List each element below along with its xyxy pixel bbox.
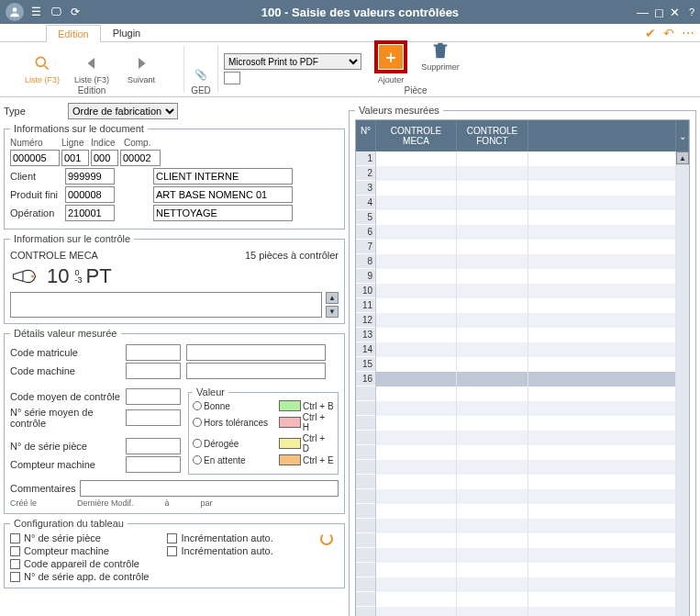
- operation-name[interactable]: [153, 205, 293, 221]
- operation-code[interactable]: [65, 205, 115, 221]
- row-num[interactable]: 6: [356, 225, 375, 240]
- ajouter-button[interactable]: ＋ Ajouter: [372, 40, 409, 84]
- monitor-icon[interactable]: 🖵: [50, 6, 61, 18]
- ligne-input[interactable]: [61, 150, 89, 166]
- row-num[interactable]: [356, 607, 375, 616]
- table-row[interactable]: [376, 401, 676, 416]
- db-icon[interactable]: ☰: [31, 6, 41, 18]
- row-num[interactable]: 8: [356, 254, 375, 269]
- row-num[interactable]: 5: [356, 210, 375, 225]
- compteur-input[interactable]: [126, 456, 181, 473]
- table-row[interactable]: [376, 607, 676, 616]
- table-row[interactable]: [376, 445, 676, 460]
- table-row[interactable]: [376, 342, 676, 357]
- tab-plugin[interactable]: Plugin: [101, 24, 153, 41]
- table-row[interactable]: [376, 431, 676, 445]
- client-name[interactable]: [153, 168, 293, 185]
- table-row[interactable]: [376, 592, 676, 607]
- prodfini-code[interactable]: [65, 186, 115, 203]
- row-num[interactable]: [356, 504, 375, 519]
- close-button[interactable]: ✕: [670, 6, 680, 19]
- table-row[interactable]: [376, 475, 676, 489]
- row-num[interactable]: [356, 460, 375, 475]
- machine-desc[interactable]: [186, 363, 326, 379]
- col-fonct[interactable]: CONTROLE FONCT: [457, 120, 528, 151]
- row-num[interactable]: [356, 533, 375, 548]
- comp-input[interactable]: [120, 150, 161, 166]
- prodfini-name[interactable]: [153, 186, 293, 203]
- chk-code-app[interactable]: [10, 559, 20, 569]
- row-num[interactable]: 12: [356, 313, 375, 328]
- scroll-up[interactable]: ▲: [676, 151, 689, 164]
- row-num[interactable]: [356, 519, 375, 533]
- table-row[interactable]: [376, 563, 676, 577]
- help-icon[interactable]: ?: [689, 6, 694, 17]
- numero-input[interactable]: [10, 150, 60, 166]
- ctrl-down-button[interactable]: ▼: [326, 306, 339, 318]
- row-num[interactable]: [356, 416, 375, 431]
- refresh-icon[interactable]: ⟳: [71, 6, 80, 18]
- row-num[interactable]: [356, 548, 375, 563]
- chk-nserie-piece[interactable]: [10, 533, 20, 543]
- chk-incr2[interactable]: [167, 546, 177, 556]
- matricule-input[interactable]: [126, 344, 181, 361]
- row-num[interactable]: [356, 475, 375, 489]
- table-row[interactable]: [376, 254, 676, 269]
- ctrl-textarea[interactable]: [10, 292, 322, 318]
- table-row[interactable]: [376, 548, 676, 563]
- undo-icon[interactable]: ↶: [663, 26, 674, 40]
- more-icon[interactable]: ⋯: [682, 26, 694, 40]
- radio-attente[interactable]: [193, 455, 202, 465]
- row-num[interactable]: [356, 431, 375, 445]
- row-num[interactable]: 11: [356, 298, 375, 313]
- table-row[interactable]: [376, 533, 676, 548]
- radio-hors[interactable]: [193, 418, 202, 427]
- user-avatar-icon[interactable]: [6, 3, 24, 21]
- row-num[interactable]: [356, 489, 375, 504]
- supprimer-button[interactable]: Supprimer: [422, 40, 459, 72]
- col-meca[interactable]: CONTROLE MECA: [376, 120, 457, 151]
- table-row[interactable]: [376, 284, 676, 298]
- table-row[interactable]: [376, 269, 676, 284]
- radio-bonne[interactable]: [193, 401, 202, 410]
- table-row[interactable]: [376, 196, 676, 210]
- table-row[interactable]: [376, 328, 676, 342]
- confirm-icon[interactable]: ✔: [645, 26, 656, 40]
- row-num[interactable]: 14: [356, 342, 375, 357]
- printer-icon[interactable]: [224, 72, 240, 84]
- table-row[interactable]: [376, 298, 676, 313]
- ctrl-up-button[interactable]: ▲: [326, 292, 339, 304]
- row-num[interactable]: [356, 577, 375, 592]
- type-select[interactable]: Ordre de fabrication: [68, 103, 178, 119]
- row-num[interactable]: 10: [356, 284, 375, 298]
- nserie-piece-input[interactable]: [126, 438, 181, 454]
- row-num[interactable]: 2: [356, 166, 375, 181]
- table-row[interactable]: [376, 313, 676, 328]
- row-num[interactable]: 9: [356, 269, 375, 284]
- prev-button[interactable]: Liste (F3): [73, 53, 110, 84]
- table-row[interactable]: [376, 504, 676, 519]
- moyen-input[interactable]: [126, 388, 181, 405]
- table-row[interactable]: [376, 489, 676, 504]
- table-row[interactable]: [376, 151, 676, 166]
- client-code[interactable]: [65, 168, 115, 185]
- machine-input[interactable]: [126, 363, 181, 379]
- chk-incr1[interactable]: [167, 533, 177, 543]
- table-row[interactable]: [376, 386, 676, 401]
- row-num[interactable]: 1: [356, 151, 375, 166]
- table-row[interactable]: [376, 460, 676, 475]
- chk-compteur[interactable]: [10, 546, 20, 556]
- table-row[interactable]: [376, 240, 676, 254]
- row-num[interactable]: [356, 563, 375, 577]
- row-num[interactable]: 16: [356, 372, 375, 386]
- table-row[interactable]: [376, 181, 676, 196]
- matricule-desc[interactable]: [186, 344, 326, 361]
- row-num[interactable]: [356, 592, 375, 607]
- tab-edition[interactable]: Edition: [46, 25, 101, 42]
- liste-button[interactable]: Liste (F3): [24, 53, 61, 84]
- table-row[interactable]: [376, 166, 676, 181]
- row-num[interactable]: 4: [356, 196, 375, 210]
- row-num[interactable]: [356, 401, 375, 416]
- table-row[interactable]: [376, 357, 676, 372]
- next-button[interactable]: Suivant: [123, 53, 160, 84]
